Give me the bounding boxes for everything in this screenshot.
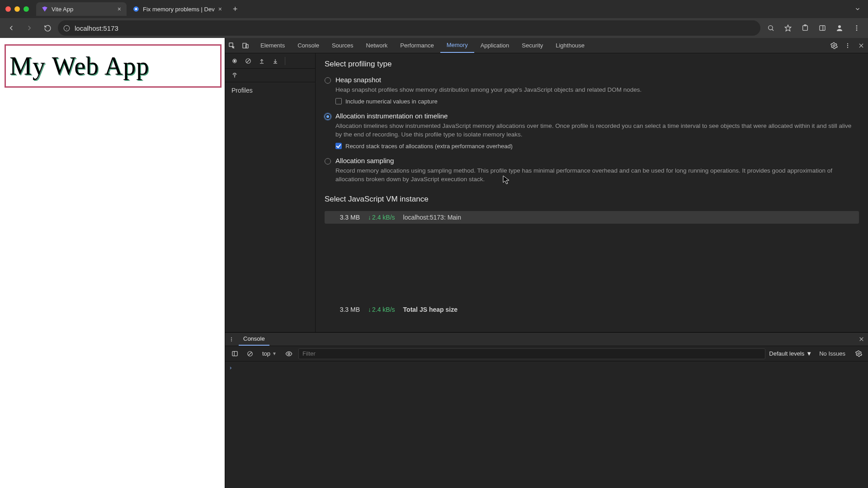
svg-point-22 [847, 47, 848, 47]
console-filter-input[interactable] [298, 348, 765, 359]
kebab-menu-icon[interactable] [841, 39, 854, 52]
svg-point-1 [135, 8, 137, 10]
tab-network[interactable]: Network [360, 38, 394, 53]
forward-button[interactable] [22, 20, 37, 36]
vm-rate: 2.4 kB/s [368, 214, 395, 221]
close-tab-icon[interactable]: × [118, 5, 121, 13]
tab-security[interactable]: Security [515, 38, 549, 53]
close-drawer-icon[interactable] [859, 336, 864, 342]
tab-performance[interactable]: Performance [394, 38, 440, 53]
extensions-icon[interactable] [797, 20, 813, 36]
issues-badge[interactable]: No Issues [816, 350, 849, 357]
svg-point-15 [856, 29, 858, 31]
tab-elements[interactable]: Elements [254, 38, 291, 53]
url-text: localhost:5173 [75, 24, 118, 32]
svg-line-6 [772, 29, 774, 31]
option-heap-snapshot[interactable]: Heap snapshot Heap snapshot profiles sho… [316, 73, 868, 109]
collect-garbage-icon[interactable] [229, 70, 241, 81]
svg-marker-7 [785, 25, 791, 31]
option-allocation-timeline[interactable]: Allocation instrumentation on timeline A… [316, 109, 868, 154]
tab-console[interactable]: Console [291, 38, 326, 53]
record-icon[interactable] [229, 55, 241, 67]
devtools-tabs: Elements Console Sources Network Perform… [254, 38, 591, 53]
svg-point-20 [847, 43, 848, 44]
site-info-icon[interactable] [63, 25, 70, 32]
chevron-down-icon: ▼ [806, 350, 812, 357]
close-tab-icon[interactable]: × [218, 5, 222, 13]
kebab-menu-icon[interactable] [849, 20, 864, 36]
devtools-tabbar: Elements Console Sources Network Perform… [225, 38, 868, 53]
svg-rect-8 [803, 26, 808, 31]
option-desc: Record memory allocations using sampling… [335, 166, 859, 184]
svg-point-19 [833, 45, 835, 47]
live-expression-icon[interactable] [283, 348, 295, 360]
memory-sidebar: Profiles [225, 53, 316, 332]
profiling-type-title: Select profiling type [316, 53, 868, 73]
minimize-window-icon[interactable] [14, 6, 20, 12]
checkbox-include-numerical[interactable] [335, 98, 342, 104]
tab-memory[interactable]: Memory [440, 38, 474, 53]
vm-instance-title: Select JavaScript VM instance [316, 188, 868, 208]
console-output[interactable]: › [225, 361, 868, 488]
reload-button[interactable] [40, 20, 55, 36]
sidepanel-icon[interactable] [815, 20, 830, 36]
svg-line-39 [249, 352, 252, 355]
log-levels-selector[interactable]: Default levels ▼ [769, 350, 812, 357]
vite-favicon-icon [42, 6, 48, 12]
browser-tab-active[interactable]: Vite App × [36, 2, 127, 16]
tab-sources[interactable]: Sources [326, 38, 360, 53]
page-hero: My Web App [5, 44, 222, 88]
radio-heap[interactable] [325, 77, 331, 84]
option-label: Allocation sampling [335, 157, 394, 164]
download-icon[interactable] [269, 55, 281, 67]
profile-icon[interactable] [832, 20, 847, 36]
url-input[interactable]: localhost:5173 [58, 20, 760, 36]
vm-total-rate: 2.4 kB/s [368, 306, 395, 313]
clear-console-icon[interactable] [244, 348, 256, 360]
memory-main: Select profiling type Heap snapshot Heap… [316, 53, 868, 332]
tab-application[interactable]: Application [474, 38, 516, 53]
clear-icon[interactable] [242, 55, 254, 67]
vm-instance-row[interactable]: 3.3 MB 2.4 kB/s localhost:5173: Main [325, 211, 859, 224]
console-settings-icon[interactable] [853, 348, 864, 360]
bookmark-icon[interactable] [780, 20, 796, 36]
svg-point-31 [231, 337, 232, 338]
browser-tab[interactable]: Fix memory problems | Dev × [127, 2, 227, 16]
window-controls [5, 6, 29, 12]
vm-name: localhost:5173: Main [403, 214, 461, 221]
radio-sampling[interactable] [325, 158, 331, 164]
browser-address-bar: localhost:5173 [0, 18, 868, 38]
close-devtools-icon[interactable] [854, 39, 868, 52]
vm-total-size: 3.3 MB [328, 306, 360, 313]
chevron-down-icon[interactable] [853, 4, 863, 14]
drawer-tab-console[interactable]: Console [239, 333, 269, 346]
tab-title: Vite App [52, 6, 73, 13]
page-viewport: My Web App [0, 38, 225, 488]
option-allocation-sampling[interactable]: Allocation sampling Record memory alloca… [316, 154, 868, 188]
zoom-window-icon[interactable] [24, 6, 29, 12]
svg-rect-36 [232, 352, 237, 356]
context-selector[interactable]: top ▼ [259, 350, 279, 357]
radio-timeline[interactable] [325, 113, 331, 120]
zoom-icon[interactable] [763, 20, 778, 36]
tab-lighthouse[interactable]: Lighthouse [549, 38, 591, 53]
device-toolbar-icon[interactable] [239, 39, 252, 52]
option-label: Heap snapshot [335, 76, 381, 84]
upload-icon[interactable] [256, 55, 268, 67]
option-label: Allocation instrumentation on timeline [335, 112, 448, 120]
close-window-icon[interactable] [5, 6, 11, 12]
vm-size: 3.3 MB [328, 214, 360, 221]
svg-point-12 [838, 25, 841, 28]
gear-icon[interactable] [827, 39, 841, 52]
console-prompt: › [230, 364, 231, 371]
console-sidebar-toggle-icon[interactable] [229, 348, 241, 360]
back-button[interactable] [4, 20, 19, 36]
svg-rect-10 [820, 26, 825, 31]
page-heading: My Web App [9, 52, 149, 80]
svg-point-14 [856, 28, 858, 29]
drawer-kebab-icon[interactable] [229, 337, 239, 342]
chevron-down-icon: ▼ [272, 351, 277, 356]
checkbox-record-stack-traces[interactable] [335, 143, 342, 149]
inspect-element-icon[interactable] [225, 39, 239, 52]
new-tab-button[interactable]: + [228, 5, 242, 14]
